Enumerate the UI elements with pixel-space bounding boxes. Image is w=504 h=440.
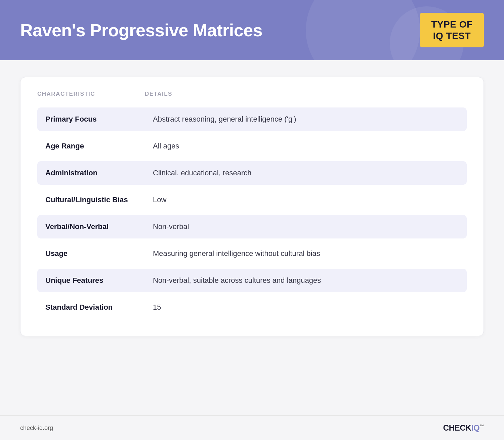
row-characteristic-0: Primary Focus [45, 115, 153, 124]
page-title: Raven's Progressive Matrices [20, 20, 262, 40]
row-characteristic-3: Cultural/Linguistic Bias [45, 195, 153, 204]
table-row: UsageMeasuring general intelligence with… [37, 242, 467, 265]
row-detail-2: Clinical, educational, research [153, 169, 459, 177]
col-header-details: DETAILS [145, 91, 467, 97]
table-row: AdministrationClinical, educational, res… [37, 161, 467, 185]
iq-test-badge: TYPE OF IQ TEST [420, 13, 484, 47]
row-detail-1: All ages [153, 142, 459, 150]
row-detail-3: Low [153, 195, 459, 204]
row-characteristic-5: Usage [45, 249, 153, 258]
row-detail-5: Measuring general intelligence without c… [153, 249, 459, 258]
row-characteristic-7: Standard Deviation [45, 303, 153, 312]
brand-iq: IQ [471, 423, 480, 432]
table-row: Unique FeaturesNon-verbal, suitable acro… [37, 269, 467, 292]
row-characteristic-4: Verbal/Non-Verbal [45, 222, 153, 231]
row-detail-0: Abstract reasoning, general intelligence… [153, 115, 459, 124]
brand-tm: ™ [479, 424, 484, 429]
page-footer: check-iq.org CHECKIQ™ [0, 415, 504, 440]
table-row: Cultural/Linguistic BiasLow [37, 188, 467, 212]
page-header: Raven's Progressive Matrices TYPE OF IQ … [0, 0, 504, 60]
badge-line2: IQ TEST [433, 31, 471, 41]
row-characteristic-6: Unique Features [45, 276, 153, 285]
badge-line1: TYPE OF [431, 19, 472, 30]
table-row: Standard Deviation15 [37, 296, 467, 319]
table-row: Age RangeAll ages [37, 134, 467, 158]
main-content: CHARACTERISTIC DETAILS Primary FocusAbst… [0, 60, 504, 415]
footer-brand: CHECKIQ™ [443, 423, 484, 433]
table-header-row: CHARACTERISTIC DETAILS [37, 91, 467, 104]
row-detail-4: Non-verbal [153, 222, 459, 231]
info-card: CHARACTERISTIC DETAILS Primary FocusAbst… [20, 77, 484, 336]
brand-check: CHECK [443, 423, 471, 432]
row-detail-7: 15 [153, 303, 459, 312]
row-detail-6: Non-verbal, suitable across cultures and… [153, 276, 459, 285]
row-characteristic-1: Age Range [45, 142, 153, 150]
footer-url: check-iq.org [20, 425, 53, 432]
table-row: Verbal/Non-VerbalNon-verbal [37, 215, 467, 238]
col-header-characteristic: CHARACTERISTIC [37, 91, 145, 97]
table-row: Primary FocusAbstract reasoning, general… [37, 107, 467, 131]
table-body: Primary FocusAbstract reasoning, general… [37, 107, 467, 319]
row-characteristic-2: Administration [45, 169, 153, 177]
